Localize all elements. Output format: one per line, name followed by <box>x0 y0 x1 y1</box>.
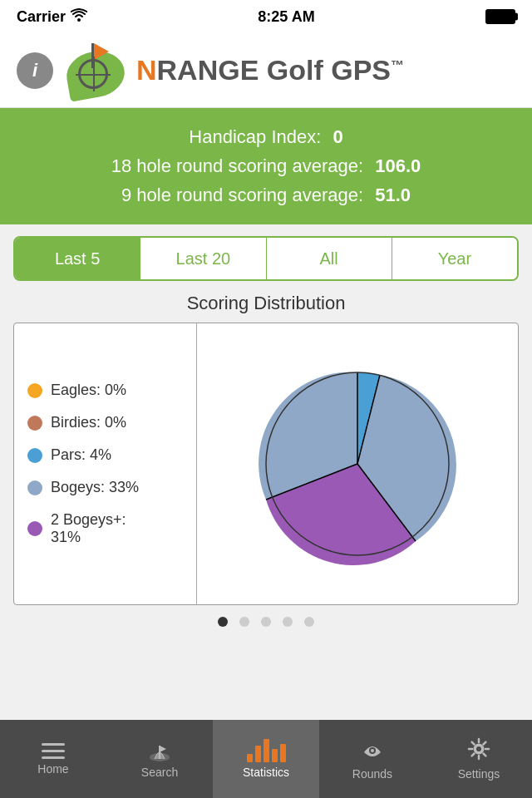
svg-point-10 <box>371 749 374 752</box>
info-icon: i <box>32 60 37 81</box>
filter-tabs: Last 5 Last 20 All Year <box>13 236 519 281</box>
legend-birdies: Birdies: 0% <box>27 414 183 431</box>
dot-1 <box>218 617 228 627</box>
nav-rounds-label: Rounds <box>352 767 392 781</box>
eagles-dot <box>27 383 42 398</box>
pie-chart <box>197 323 518 604</box>
page-dots <box>0 617 532 627</box>
nav-settings[interactable]: Settings <box>426 720 532 798</box>
dot-5 <box>304 617 314 627</box>
stats-banner: Handicap Index: 0 18 hole round scoring … <box>0 108 532 224</box>
nav-statistics[interactable]: Statistics <box>213 720 319 798</box>
birdies-label: Birdies: 0% <box>51 414 126 431</box>
eagles-label: Eagles: 0% <box>51 382 126 399</box>
legend-eagles: Eagles: 0% <box>27 382 183 399</box>
avg9-label: 9 hole round scoring average: <box>121 185 363 205</box>
tab-last5[interactable]: Last 5 <box>15 238 140 279</box>
nav-home[interactable]: Home <box>0 720 106 798</box>
chart-title: Scoring Distribution <box>13 293 519 314</box>
dot-4 <box>283 617 293 627</box>
avg18-label: 18 hole round scoring average: <box>111 155 363 176</box>
nav-settings-label: Settings <box>458 767 500 781</box>
chart-section: Scoring Distribution Eagles: 0% Birdies:… <box>0 293 532 605</box>
bogeys-dot <box>27 480 42 495</box>
avg9-row: 9 hole round scoring average: 51.0 <box>17 183 515 209</box>
logo-text: NRANGE Golf GPS™ <box>136 54 404 86</box>
nav-search[interactable]: Search <box>106 720 213 798</box>
statistics-icon <box>247 739 286 762</box>
wifi-icon <box>71 8 87 26</box>
info-button[interactable]: i <box>17 52 53 89</box>
logo-icon <box>66 43 133 97</box>
avg18-row: 18 hole round scoring average: 106.0 <box>17 154 515 180</box>
status-time: 8:25 AM <box>258 8 314 26</box>
nav-statistics-label: Statistics <box>243 766 289 779</box>
legend-bogeys: Bogeys: 33% <box>27 479 183 496</box>
dot-3 <box>261 617 271 627</box>
battery-icon <box>485 9 515 24</box>
2bogeys-label: 2 Bogeys+:31% <box>51 511 126 546</box>
nav-home-label: Home <box>37 762 68 776</box>
dot-2 <box>239 617 249 627</box>
settings-icon <box>467 737 490 764</box>
pars-dot <box>27 448 42 463</box>
nav-rounds[interactable]: Rounds <box>319 720 426 798</box>
legend-pars: Pars: 4% <box>27 446 183 464</box>
home-icon <box>42 743 65 759</box>
chart-container: Eagles: 0% Birdies: 0% Pars: 4% Bogeys: … <box>13 323 519 605</box>
handicap-row: Handicap Index: 0 <box>17 125 515 150</box>
birdies-dot <box>27 416 42 431</box>
legend-2bogeys: 2 Bogeys+:31% <box>27 511 183 546</box>
bogeys-label: Bogeys: 33% <box>51 479 139 496</box>
svg-point-0 <box>77 18 81 22</box>
avg18-value: 106.0 <box>375 155 421 176</box>
app-logo: NRANGE Golf GPS™ <box>66 43 404 97</box>
svg-point-12 <box>475 745 483 753</box>
tab-year[interactable]: Year <box>392 238 517 279</box>
svg-marker-8 <box>160 746 166 752</box>
chart-legend: Eagles: 0% Birdies: 0% Pars: 4% Bogeys: … <box>14 323 197 604</box>
carrier-wifi: Carrier <box>17 8 87 26</box>
header: i NRANGE Golf GPS™ <box>0 33 532 108</box>
nav-search-label: Search <box>141 766 178 779</box>
handicap-label: Handicap Index: <box>189 126 321 147</box>
tab-last20[interactable]: Last 20 <box>140 238 266 279</box>
pie-svg <box>254 339 461 589</box>
carrier-label: Carrier <box>17 8 66 26</box>
tab-all[interactable]: All <box>267 238 392 279</box>
handicap-value: 0 <box>332 126 342 147</box>
bottom-nav: Home Search Statistics <box>0 720 532 798</box>
rounds-icon <box>361 737 384 764</box>
avg9-value: 51.0 <box>375 185 411 205</box>
status-bar: Carrier 8:25 AM <box>0 0 532 33</box>
2bogeys-dot <box>27 521 42 536</box>
search-icon <box>148 739 171 762</box>
pars-label: Pars: 4% <box>51 446 111 464</box>
